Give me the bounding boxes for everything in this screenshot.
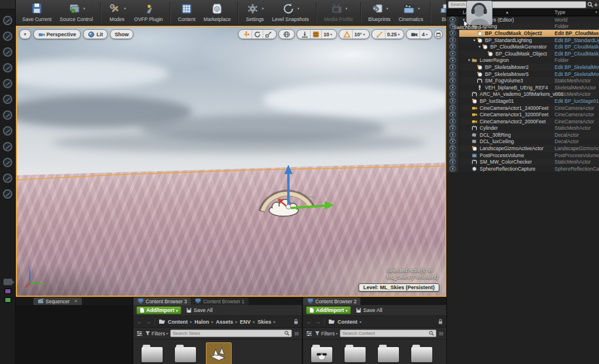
level-badge[interactable]: Level: ML_Skies (Persistent) bbox=[359, 283, 439, 292]
outliner-row[interactable]: SM_MW_ColorCheckerStaticMeshActor bbox=[447, 158, 599, 165]
view-options-icon[interactable] bbox=[306, 328, 312, 339]
expander-arrow-icon[interactable]: ▾ bbox=[462, 18, 466, 22]
asset-tile-folder[interactable] bbox=[409, 342, 435, 364]
asset-tile-folder[interactable] bbox=[376, 342, 401, 364]
lit-button[interactable]: Lit bbox=[83, 29, 108, 39]
outliner-search-input[interactable] bbox=[448, 1, 586, 8]
breadcrumb-item[interactable]: Content bbox=[168, 319, 188, 325]
add-import-button[interactable]: Add/Import ▾ bbox=[306, 306, 351, 314]
outliner-row[interactable]: CineCameraActor1_24000FeetCineCameraActo… bbox=[447, 105, 599, 112]
eye-icon[interactable] bbox=[449, 98, 456, 105]
rotate-button[interactable] bbox=[252, 30, 263, 39]
snap-value-button[interactable]: 10°▾ bbox=[352, 30, 367, 39]
expander-arrow-icon[interactable]: ▾ bbox=[472, 38, 477, 43]
toolbar-build-button[interactable]: ▾Build bbox=[434, 0, 446, 25]
maximize-viewport-button[interactable] bbox=[434, 30, 443, 39]
left-tool-button-3[interactable] bbox=[3, 47, 12, 57]
left-tool-button-2[interactable] bbox=[3, 32, 12, 41]
eye-icon[interactable] bbox=[449, 118, 456, 125]
camera-bookmark-icon[interactable] bbox=[4, 279, 12, 285]
left-tool-button-8[interactable] bbox=[3, 126, 12, 136]
eye-icon[interactable] bbox=[449, 124, 456, 131]
cb2-search-input[interactable] bbox=[342, 331, 429, 336]
column-filter-icon[interactable]: ▾ bbox=[595, 10, 597, 15]
toolbar-modes-button[interactable]: ▾Modes bbox=[104, 0, 130, 25]
surfsnap-button[interactable] bbox=[300, 30, 310, 39]
outliner-row[interactable]: CineCameraActor2_2000FeetCineCameraActor bbox=[447, 118, 599, 125]
toolbar-blueprints-button[interactable]: ▾Blueprints bbox=[364, 0, 395, 25]
actor-type[interactable]: Edit BP_SkeletalMov bbox=[555, 64, 599, 70]
snap-value-button[interactable]: 10▾ bbox=[321, 30, 333, 39]
actor-type[interactable]: Edit BP_SkeletalMov bbox=[555, 71, 599, 77]
asset-tile-developers-folder[interactable] bbox=[309, 342, 335, 364]
eye-icon[interactable] bbox=[449, 165, 456, 172]
lock-icon[interactable] bbox=[294, 318, 298, 325]
eye-icon[interactable] bbox=[449, 84, 456, 91]
breadcrumb-item[interactable]: Content bbox=[338, 319, 357, 325]
eye-icon[interactable] bbox=[449, 71, 456, 78]
outliner-row[interactable]: BP_luxStage01Edit BP_luxStage01 bbox=[447, 98, 599, 105]
eye-icon[interactable] bbox=[449, 50, 456, 57]
outliner-row[interactable]: LandscapeGizmoActiveActorLandscapeGizmoA… bbox=[447, 145, 599, 152]
cb1-search-input[interactable] bbox=[173, 331, 284, 336]
eye-icon[interactable] bbox=[449, 57, 456, 64]
expander-arrow-icon[interactable]: ▾ bbox=[477, 44, 482, 49]
close-icon[interactable]: ✕ bbox=[74, 299, 78, 304]
save-all-button[interactable]: Save All bbox=[186, 307, 213, 313]
tab-content-browser-2[interactable]: Content Browser 2 bbox=[303, 297, 360, 305]
outliner-row[interactable]: SphereReflectionCaptureSphereReflectionC… bbox=[447, 165, 599, 172]
scalesnap-button[interactable] bbox=[374, 30, 385, 39]
eye-icon[interactable] bbox=[449, 91, 456, 98]
anglesnap-button[interactable] bbox=[342, 30, 352, 39]
save-search-icon[interactable]: ▤ bbox=[439, 331, 443, 336]
left-tool-button-7[interactable] bbox=[3, 110, 12, 120]
actor-type[interactable]: Edit BP_CloudMask( bbox=[555, 44, 599, 50]
show-button[interactable]: Show bbox=[110, 29, 133, 39]
eye-icon[interactable] bbox=[449, 131, 456, 138]
asset-tile-level[interactable] bbox=[206, 342, 232, 364]
toolbar-marketplace-button[interactable]: UMarketplace bbox=[199, 0, 235, 25]
left-tool-button-12[interactable] bbox=[3, 189, 12, 199]
toolbar-media-profile-button[interactable]: ▾Media Profile bbox=[320, 0, 357, 25]
eye-icon[interactable] bbox=[449, 23, 456, 30]
add-actor-icon[interactable]: + bbox=[594, 2, 598, 8]
tab-content-browser-3[interactable]: Content Browser 3 bbox=[133, 297, 191, 305]
left-tool-button-10[interactable] bbox=[3, 158, 12, 167]
left-tool-button-9[interactable] bbox=[3, 142, 12, 151]
snap-value-button[interactable]: 0.25▾ bbox=[385, 30, 402, 39]
level-viewport[interactable]: ▾ Perspective Lit Show 10▾10°▾0.25▾4▾ Y … bbox=[16, 26, 446, 297]
outliner-row[interactable]: ▾ML_Skies (Editor)World bbox=[447, 16, 599, 23]
save-search-icon[interactable]: ▤ bbox=[294, 331, 299, 336]
toolbar-save-current-button[interactable]: Save Current bbox=[18, 0, 56, 25]
eye-icon[interactable] bbox=[449, 111, 456, 118]
outliner-row[interactable]: ▾LightingFolder bbox=[447, 23, 599, 30]
toolbar-level-snapshots-button[interactable]: ▾Level Snapshots bbox=[268, 0, 313, 25]
label-column-header[interactable]: Label bbox=[463, 9, 475, 15]
outliner-row[interactable]: VEH_biplaneB_UErig_REF4SkeletalMeshActor bbox=[447, 84, 599, 91]
toolbar-settings-button[interactable]: ▾Settings bbox=[242, 0, 268, 25]
outliner-row[interactable]: BP_CloudMask_ObjectEdit BP_CloudMask_ bbox=[447, 50, 599, 57]
eye-icon[interactable] bbox=[449, 158, 456, 165]
left-tool-button-5[interactable] bbox=[3, 79, 12, 88]
purple-swatch-icon[interactable] bbox=[5, 289, 11, 294]
eye-icon[interactable] bbox=[449, 30, 456, 37]
snap-value-button[interactable]: 4▾ bbox=[419, 30, 429, 39]
viewport-options-button[interactable]: ▾ bbox=[19, 29, 31, 39]
outliner-row[interactable]: DCL_30ftRingDecalActor bbox=[447, 131, 599, 138]
breadcrumb-item[interactable]: Halon bbox=[195, 319, 209, 325]
eye-icon[interactable] bbox=[449, 77, 456, 84]
breadcrumb-item[interactable]: Assets bbox=[216, 319, 233, 325]
scale-button[interactable] bbox=[263, 30, 274, 39]
eye-icon[interactable] bbox=[449, 152, 456, 159]
globe-button[interactable] bbox=[281, 30, 292, 39]
outliner-row[interactable]: ARC_MA_vademo_10ftMarkers_v001StaticMesh… bbox=[447, 91, 599, 98]
eye-icon[interactable] bbox=[449, 16, 456, 23]
filters-button[interactable]: Filters ▾ bbox=[315, 331, 338, 337]
actor-type[interactable]: Edit BP_StandardLig bbox=[555, 37, 599, 43]
left-tool-button-11[interactable] bbox=[3, 174, 12, 183]
toolbar-content-button[interactable]: Content bbox=[174, 0, 199, 25]
back-arrow-icon[interactable]: ← bbox=[307, 318, 312, 325]
outliner-row[interactable]: ▾LowerRegionFolder bbox=[447, 57, 599, 64]
add-import-button[interactable]: Add/Import ▾ bbox=[136, 306, 181, 314]
type-column-header[interactable]: Type bbox=[555, 9, 565, 15]
